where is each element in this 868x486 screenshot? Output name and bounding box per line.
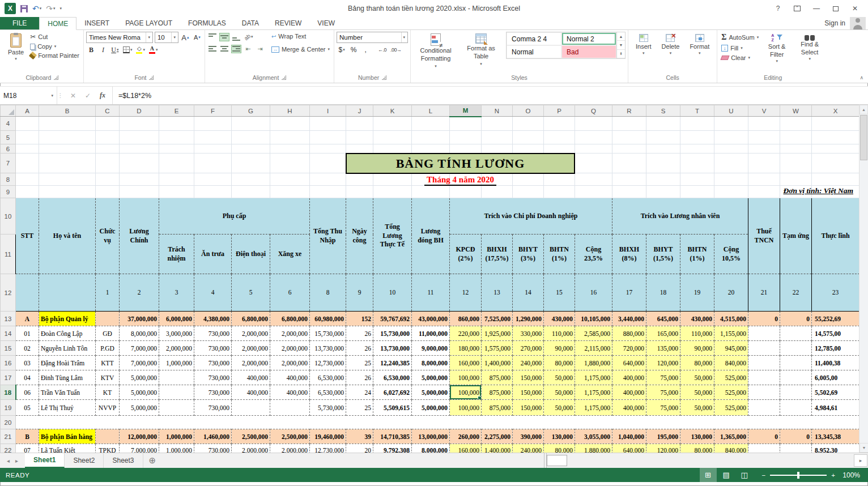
row-header[interactable]: 19 [1,400,16,416]
clipboard-dialog-launcher[interactable] [54,75,58,80]
cell[interactable] [39,274,96,312]
zoom-out-button[interactable]: − [762,472,766,479]
cell[interactable] [513,186,544,198]
cell[interactable] [513,117,544,131]
column-number-cell[interactable]: 13 [482,274,513,312]
cell[interactable]: 240,000 [513,356,544,370]
header-sub[interactable]: BHYT (3%) [513,235,544,274]
cell[interactable]: 2,500,000 [232,429,270,444]
column-number-cell[interactable]: 16 [575,274,612,312]
column-number-cell[interactable]: 14 [513,274,544,312]
cell[interactable]: 525,000 [714,385,748,400]
decrease-indent-button[interactable]: ⇤ [243,44,253,54]
cell[interactable] [680,154,714,173]
formula-bar-handle[interactable]: ⋮ [57,87,63,104]
cell[interactable] [310,173,346,186]
cell[interactable]: 2,000,000 [270,356,310,370]
cell[interactable] [159,416,194,429]
cell[interactable]: 330,000 [513,326,544,341]
cell[interactable] [232,186,270,198]
cell[interactable] [232,117,270,131]
cell[interactable]: 1,400,000 [482,444,513,453]
cell[interactable] [612,117,646,131]
cell[interactable] [232,400,270,416]
bold-button[interactable]: B [86,45,96,55]
cell[interactable]: 1,460,000 [194,429,232,444]
column-number-cell[interactable]: 21 [748,274,780,312]
column-header[interactable]: U [714,105,748,117]
cell[interactable] [373,144,412,154]
column-header[interactable]: I [310,105,346,117]
cell[interactable]: 25 [346,400,373,416]
cell[interactable]: 160,000 [450,356,482,370]
cell[interactable]: 0 [780,312,812,326]
cell[interactable]: 0 [748,312,780,326]
cell[interactable] [194,154,232,173]
cell[interactable] [780,385,812,400]
ribbon-tab-data[interactable]: DATA [234,17,267,29]
cell[interactable] [120,131,159,144]
cell[interactable] [780,154,812,173]
cell[interactable] [450,131,482,144]
cell[interactable]: 1,365,000 [714,429,748,444]
cell[interactable]: 80,000 [544,356,575,370]
cell[interactable] [270,400,310,416]
horizontal-scroll-thumb[interactable] [547,455,567,466]
column-number-cell[interactable]: 3 [159,274,194,312]
orientation-button[interactable]: ab▾ [243,32,254,42]
column-header[interactable]: E [159,105,194,117]
collapse-ribbon-button[interactable]: ∧ [860,75,863,80]
cell[interactable]: 90,000 [680,341,714,356]
cell[interactable] [310,144,346,154]
header-role[interactable]: Chức vụ [96,198,120,274]
cell[interactable] [232,154,270,173]
cell[interactable]: 730,000 [194,385,232,400]
cell[interactable] [120,154,159,173]
cell[interactable]: 37,000,000 [120,312,159,326]
row-header[interactable]: 4 [1,117,16,131]
column-number-cell[interactable]: 6 [270,274,310,312]
cell[interactable] [612,186,646,198]
cell[interactable] [612,131,646,144]
alignment-dialog-launcher[interactable] [282,75,286,80]
cell[interactable]: 220,000 [450,326,482,341]
cell[interactable] [575,131,612,144]
cancel-entry-button[interactable]: ✕ [66,92,80,100]
cell[interactable] [194,131,232,144]
vertical-scrollbar[interactable]: ▲ ▼ [859,105,868,453]
cell[interactable] [310,117,346,131]
cell[interactable]: 2,000,000 [159,341,194,356]
percent-style-button[interactable]: % [348,45,359,55]
cell[interactable] [714,173,748,186]
cell[interactable]: 8,000,000 [412,444,450,453]
cell[interactable]: 130,000 [680,429,714,444]
comma-style-button[interactable]: , [360,45,371,55]
cell[interactable] [748,144,780,154]
cell[interactable]: 3,000,000 [159,326,194,341]
column-number-cell[interactable]: 12 [450,274,482,312]
column-number-cell[interactable]: 20 [714,274,748,312]
cell[interactable]: 5,730,000 [310,400,346,416]
align-center-button[interactable] [219,45,229,53]
page-break-view-button[interactable]: ◫ [736,468,753,482]
header-advance[interactable]: Tạm ứng [780,198,812,274]
cell[interactable]: 730,000 [194,341,232,356]
cell[interactable]: 7,525,000 [482,312,513,326]
cell[interactable] [310,131,346,144]
qat-customize-button[interactable]: ▾ [60,6,62,11]
cell[interactable] [513,144,544,154]
row-header[interactable]: 16 [1,356,16,370]
cell[interactable]: 0 [748,429,780,444]
cell[interactable] [159,400,194,416]
cell-role[interactable]: KT [96,385,120,400]
cell[interactable] [96,117,120,131]
column-number-cell[interactable]: 18 [646,274,680,312]
cell[interactable] [812,144,860,154]
ribbon-tab-review[interactable]: REVIEW [267,17,309,29]
sheet-tab-sheet2[interactable]: Sheet2 [65,453,104,468]
cell[interactable]: 75,000 [646,400,680,416]
cell[interactable]: 5,000,000 [120,400,159,416]
column-number-cell[interactable]: 10 [373,274,412,312]
column-header[interactable]: R [612,105,646,117]
cell[interactable] [575,144,612,154]
